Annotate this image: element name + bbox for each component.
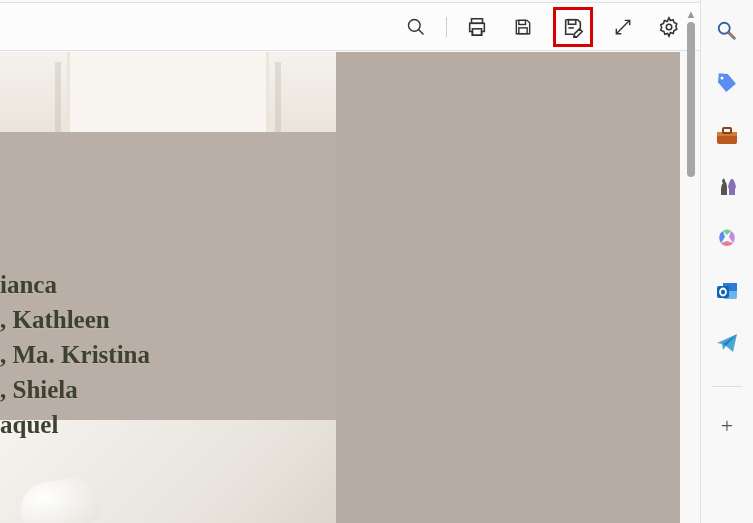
fullscreen-icon [613,17,633,37]
names-list: ianca , Kathleen , Ma. Kristina , Shiela… [0,267,150,442]
top-photo-section [0,52,336,132]
save-button[interactable] [507,11,539,43]
save-edit-icon [562,16,584,38]
sidepanel-outlook-icon[interactable] [714,278,740,304]
print-icon [466,16,488,38]
name-line: ianca [0,267,150,302]
sidepanel-copilot-icon[interactable] [714,226,740,252]
svg-rect-3 [472,28,481,34]
search-icon [406,17,426,37]
sidepanel-divider [712,386,742,387]
sidepanel-toolbox-icon[interactable] [714,122,740,148]
toolbar-separator [446,17,447,37]
name-line: , Ma. Kristina [0,337,150,372]
save-icon [513,17,533,37]
name-line: , Shiela [0,372,150,407]
svg-rect-5 [519,27,527,33]
name-line: , Kathleen [0,302,150,337]
save-edit-button[interactable] [553,7,593,47]
scroll-up-arrow[interactable]: ▲ [683,8,699,20]
svg-point-7 [666,24,672,30]
sidepanel-games-icon[interactable] [714,174,740,200]
gear-icon [658,16,680,38]
sidepanel-add-button[interactable]: + [714,413,740,439]
sidepanel-tag-icon[interactable] [714,70,740,96]
scroll-track[interactable] [683,22,699,187]
svg-rect-4 [519,20,526,24]
plus-icon: + [721,415,733,437]
browser-side-panel: + [700,0,753,523]
settings-button[interactable] [653,11,685,43]
name-line: aquel [0,407,150,442]
vertical-scrollbar[interactable]: ▲ [683,8,699,518]
svg-point-10 [721,77,724,80]
print-button[interactable] [461,11,493,43]
scroll-thumb[interactable] [687,22,695,177]
svg-point-0 [409,19,421,31]
sidepanel-search-icon[interactable] [714,18,740,44]
search-button[interactable] [400,11,432,43]
document-viewport: ianca , Kathleen , Ma. Kristina , Shiela… [0,52,680,523]
sidepanel-send-icon[interactable] [714,330,740,356]
svg-rect-6 [568,19,575,24]
svg-line-1 [419,29,424,34]
fullscreen-button[interactable] [607,11,639,43]
svg-rect-13 [723,128,731,133]
main-toolbar [0,3,700,51]
